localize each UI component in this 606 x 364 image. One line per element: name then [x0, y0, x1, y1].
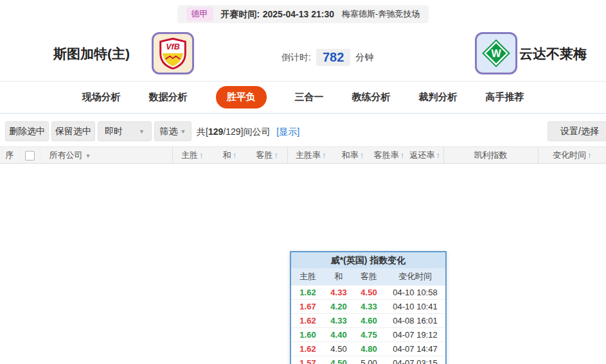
away-crest-icon: W — [481, 39, 511, 68]
svg-text:W: W — [491, 48, 501, 59]
kickoff-label: 开赛时间: — [221, 9, 260, 19]
popup-odds-cell: 4.20 — [325, 299, 353, 313]
popup-odds-cell: 4.50 — [325, 356, 353, 364]
col-header-home-odds[interactable]: 主胜↑ — [172, 147, 212, 164]
col-header-kelly: 凯利指数 — [443, 147, 538, 164]
countdown-value: 782 — [316, 49, 350, 66]
popup-odds-cell: 1.57 — [291, 356, 325, 364]
popup-time-cell: 04-10 10:41 — [385, 299, 445, 313]
sort-asc-icon: ↑ — [233, 150, 237, 160]
match-info-bar: 德甲 开赛时间: 2025-04-13 21:30 梅塞德斯-奔驰竞技场 — [177, 5, 429, 23]
table-header-row: 序 所有公司▼ 主胜↑ 和↑ 客胜↑ 主胜率↑ 和率↑ 客胜率↑ 返还率↑ 凯利… — [0, 147, 606, 164]
popup-title: 威*(英国) 指数变化 — [291, 252, 445, 268]
col-header-away-rate[interactable]: 客胜率↑ — [371, 147, 407, 164]
count-suffix: /129]间公司 — [223, 126, 270, 137]
col-label: 和 — [223, 150, 231, 160]
company-count: 共[129/129]间公司 [显示] — [197, 126, 299, 138]
instant-dropdown[interactable]: 即时 ▼ — [98, 121, 152, 141]
col-header-draw-rate[interactable]: 和率↑ — [334, 147, 371, 164]
select-all-checkbox[interactable] — [25, 151, 35, 160]
popup-odds-cell: 1.62 — [291, 313, 325, 327]
tab-1[interactable]: 数据分析 — [149, 91, 188, 103]
tab-4[interactable]: 教练分析 — [352, 91, 391, 103]
col-label: 变化时间 — [553, 150, 586, 160]
table-toolbar: 删除选中 保留选中 即时 ▼ 筛选 ▼ 共[129/129]间公司 [显示] 设… — [0, 117, 606, 146]
col-header-company-label: 所有公司 — [49, 150, 83, 160]
home-team-name: 斯图加特(主) — [32, 45, 151, 63]
odds-change-popup: 威*(英国) 指数变化 主胜 和 客胜 变化时间 1.624.334.5004-… — [290, 251, 447, 364]
odds-table: 序 所有公司▼ 主胜↑ 和↑ 客胜↑ 主胜率↑ 和率↑ 客胜率↑ 返还率↑ 凯利… — [0, 146, 606, 164]
popup-col-draw: 和 — [325, 268, 353, 285]
popup-odds-cell: 4.40 — [325, 327, 353, 342]
col-header-return-rate[interactable]: 返还率↑ — [407, 147, 443, 164]
count-prefix: 共[ — [197, 126, 208, 137]
col-label: 主胜 — [181, 150, 198, 160]
sort-asc-icon: ↑ — [436, 150, 441, 160]
filter-dropdown-label: 筛选 — [160, 126, 178, 137]
popup-header-row: 主胜 和 客胜 变化时间 — [291, 268, 445, 285]
league-badge: 德甲 — [186, 7, 213, 21]
col-header-home-rate[interactable]: 主胜率↑ — [287, 147, 334, 164]
settings-select-button[interactable]: 设置/选择 — [548, 121, 606, 141]
col-label: 和率 — [342, 150, 359, 160]
col-label: 返还率 — [410, 150, 435, 160]
filter-dropdown[interactable]: 筛选 ▼ — [154, 121, 192, 141]
countdown: 倒计时: 782 分钟 — [281, 49, 373, 66]
col-header-draw-odds[interactable]: 和↑ — [212, 147, 247, 164]
col-header-no: 序 — [0, 147, 19, 164]
popup-time-cell: 04-10 10:58 — [385, 285, 445, 299]
popup-odds-cell: 1.62 — [291, 285, 325, 299]
col-label: 客胜 — [256, 150, 273, 160]
home-crest-icon: VfB — [158, 37, 188, 69]
select-all-checkbox-cell — [19, 147, 40, 164]
popup-odds-cell: 4.80 — [353, 342, 385, 356]
popup-row: 1.674.204.3304-10 10:41 — [291, 299, 445, 313]
tab-2[interactable]: 胜平负 — [216, 86, 267, 108]
popup-odds-cell: 4.75 — [353, 327, 385, 342]
venue: 梅塞德斯-奔驰竞技场 — [342, 8, 420, 20]
count-shown: 129 — [208, 126, 223, 137]
popup-col-time: 变化时间 — [385, 268, 445, 285]
keep-selected-button[interactable]: 保留选中 — [51, 121, 95, 141]
tab-5[interactable]: 裁判分析 — [419, 91, 458, 103]
popup-row: 1.574.505.0004-07 03:15 — [291, 356, 445, 364]
chevron-down-icon: ▼ — [85, 153, 91, 159]
popup-odds-cell: 4.33 — [325, 313, 353, 327]
popup-col-away: 客胜 — [353, 268, 385, 285]
col-header-change-time[interactable]: 变化时间↑ — [538, 147, 606, 164]
sort-asc-icon: ↑ — [274, 150, 279, 160]
away-team-name: 云达不莱梅 — [519, 45, 587, 63]
popup-odds-cell: 4.33 — [325, 285, 353, 299]
popup-odds-cell: 4.50 — [353, 285, 385, 299]
popup-row: 1.624.334.6004-08 16:01 — [291, 313, 445, 327]
tab-3[interactable]: 三合一 — [295, 91, 324, 103]
col-header-company[interactable]: 所有公司▼ — [40, 147, 172, 164]
popup-odds-cell: 1.60 — [291, 327, 325, 342]
sort-asc-icon: ↑ — [322, 150, 326, 160]
tab-6[interactable]: 高手推荐 — [486, 91, 524, 103]
popup-time-cell: 04-07 19:12 — [385, 327, 445, 342]
popup-table: 主胜 和 客胜 变化时间 1.624.334.5004-10 10:581.67… — [291, 268, 445, 364]
popup-odds-cell: 1.62 — [291, 342, 325, 356]
away-team-logo: W — [475, 32, 517, 74]
countdown-unit: 分钟 — [355, 52, 373, 64]
kickoff-time: 2025-04-13 21:30 — [263, 9, 334, 19]
show-link[interactable]: [显示] — [276, 126, 299, 137]
chevron-down-icon: ▼ — [139, 128, 145, 135]
popup-row: 1.624.334.5004-10 10:58 — [291, 285, 445, 299]
popup-odds-cell: 4.60 — [353, 313, 385, 327]
popup-time-cell: 04-07 14:47 — [385, 342, 445, 356]
popup-odds-cell: 5.00 — [353, 356, 385, 364]
col-label: 客胜率 — [374, 150, 399, 160]
instant-dropdown-label: 即时 — [105, 126, 123, 137]
analysis-tab-bar: 现场分析数据分析胜平负三合一教练分析裁判分析高手推荐 — [0, 82, 606, 114]
home-team-logo: VfB — [152, 32, 194, 74]
sort-asc-icon: ↑ — [587, 150, 592, 160]
tab-0[interactable]: 现场分析 — [82, 91, 121, 103]
sort-asc-icon: ↑ — [360, 150, 364, 160]
sort-asc-icon: ↑ — [400, 150, 405, 160]
svg-text:VfB: VfB — [166, 42, 180, 51]
col-header-away-odds[interactable]: 客胜↑ — [247, 147, 287, 164]
popup-odds-cell: 1.67 — [291, 299, 325, 313]
delete-selected-button[interactable]: 删除选中 — [5, 121, 49, 141]
